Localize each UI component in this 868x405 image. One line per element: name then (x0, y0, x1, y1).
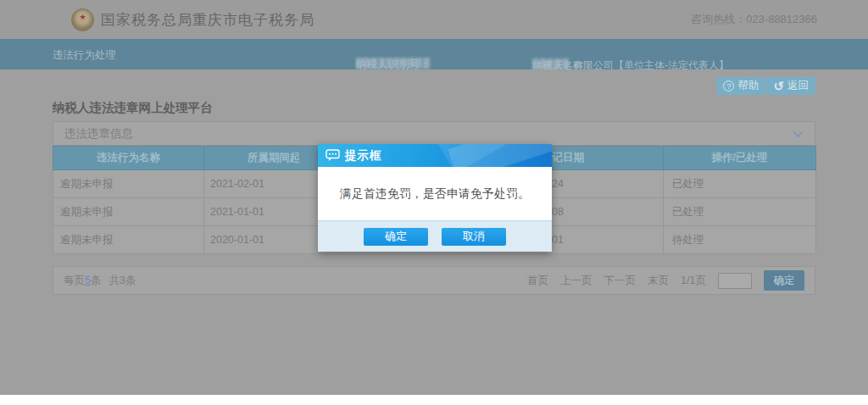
site-header: 国家税务总局重庆市电子税务局 咨询热线：023-88812366 (0, 0, 868, 39)
cell-status: 已处理 (664, 170, 816, 198)
col-header-violation-name: 违法行为名称 (53, 147, 204, 170)
help-icon: ? (723, 80, 734, 92)
pagination-summary: 每页5条共3条 (64, 274, 136, 288)
pagination-controls: 首页 上一页 下一页 末页 1/1页 确定 (527, 270, 804, 291)
dialog-message: 满足首违免罚，是否申请免予处罚。 (318, 167, 552, 220)
back-button-label: 返回 (787, 79, 809, 93)
panel-collapse-header[interactable]: 违法违章信息 (53, 121, 815, 146)
per-page-prefix: 每页 (64, 274, 85, 288)
page-number-input[interactable] (718, 273, 752, 289)
tax-bureau-emblem-logo (71, 8, 94, 31)
help-button-label: 帮助 (737, 79, 759, 93)
per-page-suffix: 条 (91, 274, 102, 288)
col-header-operation-status: 操作/已处理 (664, 147, 816, 170)
etax-violation-page: 国家税务总局重庆市电子税务局 咨询热线：023-88812366 违法行为处理 … (0, 0, 868, 405)
pagination-bar: 每页5条共3条 首页 上一页 下一页 末页 1/1页 确定 (53, 266, 815, 295)
help-button[interactable]: ? 帮助 (716, 77, 765, 95)
cell-status: 待处理 (664, 226, 816, 254)
dialog-title: 提示框 (345, 148, 382, 164)
sub-nav-bar: 违法行为处理 纳税人识别号：██████████ 纳税人名称：█████（重庆）… (0, 39, 868, 69)
dialog-confirm-button[interactable]: 确定 (364, 228, 428, 246)
chevron-down-icon (793, 130, 804, 138)
last-page-link[interactable]: 末页 (648, 274, 669, 288)
page-toolbar: ? 帮助 ↺ 返回 (716, 77, 815, 95)
back-arrow-icon: ↺ (773, 80, 784, 92)
prompt-dialog: 提示框 满足首违免罚，是否申请免予处罚。 确定 取消 (318, 144, 552, 252)
page-indicator: 1/1页 (681, 274, 706, 288)
first-page-link[interactable]: 首页 (527, 274, 548, 288)
per-page-link[interactable]: 5 (85, 275, 91, 286)
dialog-footer: 确定 取消 (318, 220, 552, 252)
breadcrumb: 违法行为处理 (53, 48, 116, 63)
prompt-dialog-titlebar: 提示框 (318, 144, 552, 167)
total-count: 共3条 (108, 274, 136, 288)
cell-status: 已处理 (664, 198, 816, 226)
speech-bubble-icon (326, 149, 340, 162)
dialog-cancel-button[interactable]: 取消 (442, 228, 506, 246)
next-page-link[interactable]: 下一页 (604, 274, 637, 288)
hotline-text: 咨询热线：023-88812366 (691, 12, 817, 27)
cell-violation-name: 逾期未申报 (53, 198, 204, 226)
cell-violation-name: 逾期未申报 (53, 226, 204, 254)
page-title: 纳税人违法违章网上处理平台 (53, 100, 213, 116)
panel-title: 违法违章信息 (64, 127, 133, 140)
pagination-go-button[interactable]: 确定 (764, 270, 804, 291)
cell-violation-name: 逾期未申报 (53, 170, 204, 198)
taxpayer-id-value-redacted: ██████████ (356, 58, 431, 68)
prev-page-link[interactable]: 上一页 (560, 274, 593, 288)
back-button[interactable]: ↺ 返回 (766, 77, 815, 95)
site-title: 国家税务总局重庆市电子税务局 (101, 10, 314, 30)
